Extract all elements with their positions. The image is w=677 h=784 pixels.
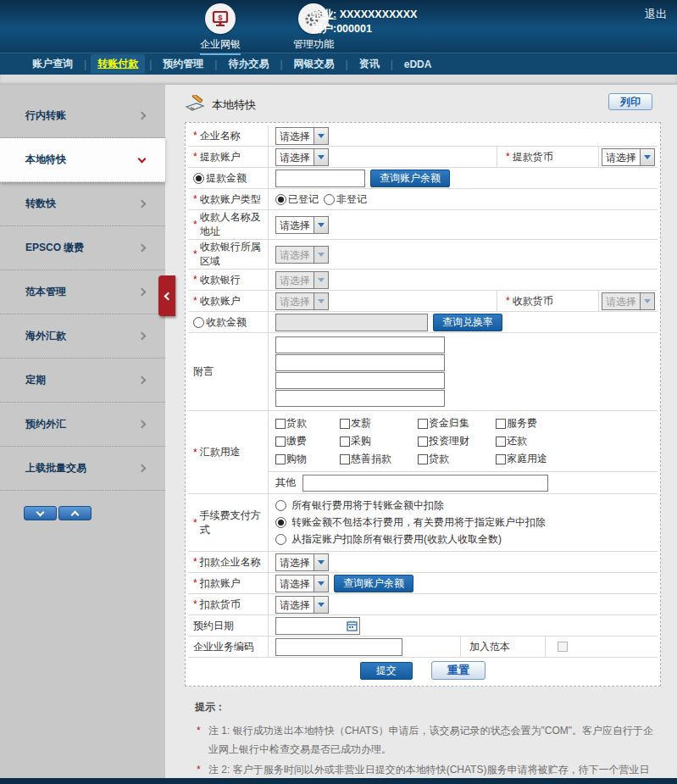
company-value: XXXXXXXXXXX [340, 8, 418, 20]
row-schedule-date: 预约日期 [188, 615, 658, 637]
nav-item[interactable]: 账户查询 [25, 54, 80, 74]
debit-currency-select[interactable]: 请选择 [275, 596, 329, 614]
fee-option: 转账金额不包括本行费用，有关费用将于指定账户中扣除 [275, 515, 546, 530]
sidebar-item[interactable]: 转数快 [0, 182, 165, 226]
debit-account-select[interactable]: 请选择 [275, 575, 329, 592]
sidebar-item[interactable]: 上载批量交易 [0, 447, 165, 491]
user-value: 000001 [336, 23, 372, 35]
withdraw-account-select[interactable]: 请选择 [275, 148, 329, 166]
withdraw-amount-input[interactable] [275, 170, 365, 187]
purpose-other-input[interactable] [302, 475, 548, 492]
nav-item[interactable]: eDDA [397, 56, 439, 73]
registered-radio[interactable] [275, 194, 286, 205]
fee-radio[interactable] [275, 534, 286, 545]
debit-account-label: 扣款账户 [200, 576, 241, 591]
reset-button[interactable]: 重置 [431, 661, 486, 680]
row-withdraw-account: *提款账户 请选择 *提款货币 请选择 [188, 147, 658, 168]
purpose-checkbox[interactable] [418, 436, 428, 447]
submit-button[interactable]: 提交 [360, 662, 413, 680]
purpose-option-label: 货款 [286, 416, 307, 431]
required-marker: * [193, 598, 197, 610]
chevron-left-icon [164, 292, 173, 300]
memo-input[interactable] [275, 372, 445, 389]
user-label: 用户: [312, 23, 336, 35]
purpose-checkbox[interactable] [496, 419, 506, 429]
calendar-icon[interactable] [347, 620, 358, 631]
fee-method-label: 手续费支付方式 [200, 509, 268, 537]
purpose-checkbox[interactable] [275, 454, 286, 464]
payee-amount-radio[interactable] [193, 317, 204, 328]
nav-item[interactable]: 转账付款 [91, 54, 145, 74]
fee-radio[interactable] [275, 517, 286, 528]
nav-item[interactable]: 预约管理 [156, 54, 210, 74]
query-balance-button[interactable]: 查询账户余额 [370, 170, 450, 187]
fee-radio[interactable] [275, 500, 286, 511]
purpose-checkbox[interactable] [340, 454, 350, 464]
sidebar-item[interactable]: 行内转账 [0, 94, 165, 138]
nav-separator: | [391, 58, 393, 70]
row-payee-bank-region: *收款银行所属区域 请选择 [188, 240, 658, 270]
purpose-checkbox[interactable] [418, 454, 428, 464]
memo-input[interactable] [275, 390, 445, 407]
chevron-right-icon [138, 420, 147, 429]
query-rate-button[interactable]: 查询兑换率 [433, 314, 502, 331]
unregistered-radio[interactable] [324, 194, 335, 205]
purpose-option: 货款 [275, 416, 340, 431]
purpose-option: 慈善捐款 [340, 452, 418, 466]
chevron-down-icon [314, 597, 328, 613]
unregistered-label: 非登记 [336, 192, 367, 207]
sidebar-item[interactable]: 海外汇款 [0, 314, 165, 359]
app-ebanking[interactable]: $ 企业网银 [193, 3, 247, 55]
sidebar-item[interactable]: 预约外汇 [0, 403, 165, 447]
purpose-checkbox[interactable] [275, 436, 286, 447]
transfer-form: *企业名称 请选择 *提款账户 请选择 *提款货币 请选择 提款金额 查询账户余… [185, 122, 661, 687]
sidebar-scroll-down-button[interactable] [24, 506, 57, 520]
required-marker: * [193, 556, 197, 568]
sidebar-item-label: EPSCO 缴费 [25, 241, 84, 255]
row-business-code: 企业业务编码 加入范本 [188, 637, 658, 658]
payee-bank-region-label: 收款银行所属区域 [200, 240, 268, 269]
purpose-checkbox[interactable] [275, 419, 286, 429]
withdraw-currency-label: 提款货币 [513, 150, 553, 164]
row-payee-bank: *收款银行 请选择 [188, 270, 658, 291]
purpose-option: 家庭用途 [496, 452, 589, 466]
payee-name-address-select[interactable]: 请选择 [275, 216, 329, 234]
business-code-input[interactable] [275, 638, 402, 656]
purpose-checkbox[interactable] [340, 436, 350, 447]
sidebar-collapse-handle[interactable] [158, 275, 175, 316]
purpose-checkbox[interactable] [496, 436, 506, 447]
sidebar-scroll-up-button[interactable] [58, 506, 92, 520]
row-debit-currency: *扣款货币 请选择 [188, 594, 658, 615]
purpose-checkbox[interactable] [418, 419, 428, 429]
nav-item[interactable]: 资讯 [352, 54, 386, 74]
nav-item[interactable]: 网银交易 [287, 54, 341, 74]
purpose-checkbox[interactable] [496, 454, 506, 464]
print-button[interactable]: 列印 [608, 93, 652, 110]
purpose-checkbox[interactable] [340, 419, 350, 429]
query-debit-balance-button[interactable]: 查询账户余额 [334, 575, 413, 592]
debit-company-select[interactable]: 请选择 [275, 553, 329, 571]
add-template-label: 加入范本 [469, 640, 510, 654]
payee-bank-select: 请选择 [275, 271, 329, 289]
purpose-option-label: 家庭用途 [507, 452, 547, 466]
chevron-down-icon [314, 217, 328, 233]
memo-input[interactable] [275, 336, 445, 353]
fee-option-label: 从指定账户扣除所有银行费用(收款人收取全数) [291, 532, 502, 547]
sidebar-item[interactable]: EPSCO 缴费 [0, 226, 165, 270]
sidebar-item-label: 转数快 [25, 197, 56, 211]
purpose-option-label: 发薪 [351, 416, 371, 431]
nav-separator: | [214, 58, 217, 70]
withdraw-currency-select[interactable]: 请选择 [602, 148, 655, 166]
withdraw-amount-radio[interactable] [193, 173, 204, 184]
top-header: $ 企业网银 管理功能 企业: XXXXXXXXXXX 用户:000001 退出 [0, 0, 677, 53]
chevron-up-icon [70, 510, 79, 519]
sidebar-item[interactable]: 本地特快 [0, 138, 165, 182]
memo-input[interactable] [275, 354, 445, 371]
nav-item[interactable]: 待办交易 [221, 54, 275, 74]
company-name-select[interactable]: 请选择 [275, 127, 329, 145]
logout-link[interactable]: 退出 [645, 7, 667, 22]
row-fee-method: *手续费支付方式 所有银行费用将于转账金额中扣除转账金额不包括本行费用，有关费用… [188, 494, 658, 552]
schedule-date-input[interactable] [275, 617, 360, 635]
sidebar-item[interactable]: 定期 [0, 359, 165, 403]
sidebar-item[interactable]: 范本管理 [0, 270, 165, 314]
